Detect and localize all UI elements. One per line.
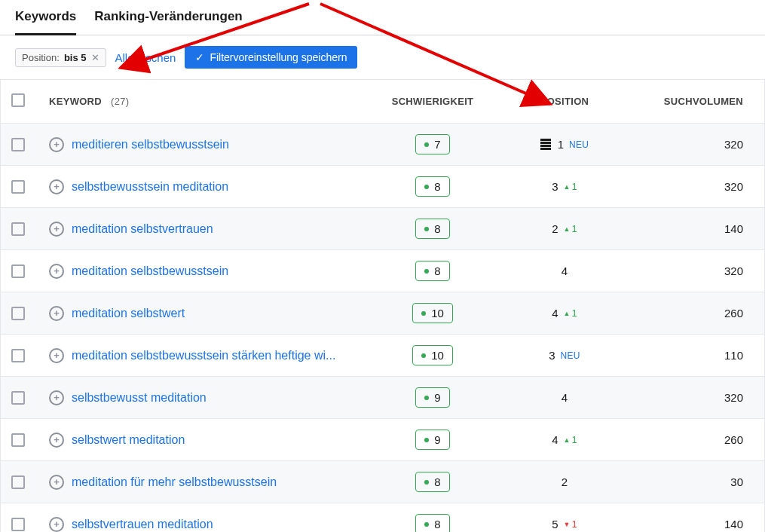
keyword-link[interactable]: meditation selbstbewusstsein stärken hef… — [72, 349, 335, 362]
filter-chip-label: Position: — [22, 52, 60, 63]
position-value: 4 — [552, 433, 558, 446]
volume-value: 140 — [629, 518, 749, 530]
column-position[interactable]: POSITION — [500, 96, 629, 107]
tab-keywords[interactable]: Keywords — [15, 9, 76, 35]
volume-value: 320 — [629, 391, 749, 404]
difficulty-dot-icon — [424, 142, 429, 147]
difficulty-badge: 8 — [415, 176, 449, 197]
keyword-link[interactable]: selbstwert meditation — [72, 433, 185, 447]
position-cell: 1NEU — [500, 138, 629, 151]
table-row: +meditation für mehr selbstbewusstsein82… — [1, 461, 764, 503]
position-delta-up: 1 — [564, 223, 577, 234]
add-keyword-icon[interactable]: + — [49, 179, 64, 194]
keyword-link[interactable]: selbstbewusst meditation — [72, 391, 207, 405]
difficulty-badge: 9 — [415, 387, 449, 408]
table-row: +meditation selbstbewusstsein84320 — [1, 250, 764, 292]
row-checkbox[interactable] — [11, 264, 25, 278]
difficulty-badge: 8 — [415, 219, 449, 239]
column-difficulty[interactable]: SCHWIERIGKEIT — [365, 96, 500, 107]
difficulty-dot-icon — [421, 353, 426, 358]
difficulty-value: 10 — [431, 307, 444, 320]
keyword-link[interactable]: meditation selbstwert — [72, 307, 185, 320]
row-checkbox[interactable] — [11, 222, 25, 236]
difficulty-value: 7 — [434, 138, 440, 151]
row-checkbox[interactable] — [11, 349, 25, 362]
volume-value: 320 — [629, 180, 749, 193]
filter-chip-position[interactable]: Position: bis 5 ✕ — [15, 48, 106, 67]
row-checkbox[interactable] — [11, 518, 25, 531]
keyword-link[interactable]: selbstbewusstsein meditation — [72, 180, 228, 194]
difficulty-badge: 9 — [415, 430, 449, 450]
position-new-label: NEU — [569, 139, 589, 150]
difficulty-dot-icon — [424, 480, 429, 485]
add-keyword-icon[interactable]: + — [49, 390, 64, 405]
add-keyword-icon[interactable]: + — [49, 517, 64, 532]
table-row: +meditieren selbstbewusstsein71NEU320 — [1, 124, 764, 166]
table-row: +selbstwert meditation941260 — [1, 419, 764, 461]
volume-value: 320 — [629, 138, 749, 151]
position-delta-up: 1 — [564, 434, 577, 445]
volume-value: 110 — [629, 349, 749, 362]
row-checkbox[interactable] — [11, 180, 25, 194]
keyword-link[interactable]: meditation für mehr selbstbewusstsein — [72, 475, 277, 489]
table-row: +selbstbewusstsein meditation831320 — [1, 166, 764, 208]
difficulty-value: 8 — [434, 518, 440, 530]
table-row: +meditation selbstvertrauen821140 — [1, 208, 764, 250]
row-checkbox[interactable] — [11, 433, 25, 447]
position-cell: 2 — [500, 475, 629, 488]
difficulty-value: 8 — [434, 264, 440, 277]
position-cell: 4 — [500, 391, 629, 404]
difficulty-dot-icon — [424, 522, 429, 527]
table-header: KEYWORD (27) SCHWIERIGKEIT POSITION SUCH… — [1, 79, 764, 124]
add-keyword-icon[interactable]: + — [49, 306, 64, 321]
position-value: 3 — [549, 349, 555, 362]
clear-all-link[interactable]: Alle löschen — [115, 51, 176, 64]
add-keyword-icon[interactable]: + — [49, 264, 64, 279]
position-delta-up: 1 — [564, 181, 577, 192]
difficulty-dot-icon — [424, 396, 429, 400]
position-value: 3 — [552, 180, 558, 193]
position-value: 4 — [552, 307, 558, 320]
row-checkbox[interactable] — [11, 307, 25, 320]
difficulty-value: 9 — [434, 391, 440, 404]
keyword-link[interactable]: meditation selbstbewusstsein — [72, 264, 228, 278]
position-value: 2 — [562, 475, 568, 488]
table-row: +meditation selbstwert1041260 — [1, 292, 764, 335]
position-value: 4 — [562, 264, 568, 277]
row-checkbox[interactable] — [11, 391, 25, 405]
difficulty-dot-icon — [421, 311, 426, 316]
add-keyword-icon[interactable]: + — [49, 137, 64, 152]
difficulty-badge: 10 — [412, 345, 453, 365]
check-icon: ✓ — [195, 51, 204, 63]
select-all-checkbox[interactable] — [11, 93, 25, 107]
difficulty-value: 9 — [434, 433, 440, 446]
add-keyword-icon[interactable]: + — [49, 433, 64, 448]
close-icon[interactable]: ✕ — [91, 53, 99, 63]
position-cell: 4 — [500, 264, 629, 277]
add-keyword-icon[interactable]: + — [49, 475, 64, 490]
position-delta-up: 1 — [564, 307, 577, 319]
difficulty-badge: 8 — [415, 261, 449, 281]
position-cell: 41 — [500, 433, 629, 446]
keyword-link[interactable]: meditation selbstvertrauen — [72, 222, 213, 236]
row-checkbox[interactable] — [11, 138, 25, 151]
difficulty-badge: 10 — [412, 303, 453, 323]
keyword-link[interactable]: meditieren selbstbewusstsein — [72, 138, 229, 151]
column-volume[interactable]: SUCHVOLUMEN — [629, 96, 749, 107]
difficulty-value: 8 — [434, 475, 440, 488]
table-row: +selbstbewusst meditation94320 — [1, 377, 764, 419]
column-keyword[interactable]: KEYWORD — [49, 96, 102, 107]
add-keyword-icon[interactable]: + — [49, 348, 64, 363]
table-row: +meditation selbstbewusstsein stärken he… — [1, 335, 764, 377]
difficulty-badge: 8 — [415, 514, 449, 532]
row-checkbox[interactable] — [11, 475, 25, 489]
save-filter-preset-button[interactable]: ✓ Filtervoreinstellung speichern — [185, 46, 357, 69]
difficulty-badge: 7 — [415, 134, 449, 154]
tab-ranking-changes[interactable]: Ranking-Veränderungen — [94, 9, 242, 35]
difficulty-dot-icon — [424, 185, 429, 189]
add-keyword-icon[interactable]: + — [49, 222, 64, 237]
position-cell: 41 — [500, 307, 629, 320]
keyword-link[interactable]: selbstvertrauen meditation — [72, 518, 213, 531]
position-value: 5 — [552, 518, 558, 530]
table-row: +selbstvertrauen meditation851140 — [1, 503, 764, 532]
